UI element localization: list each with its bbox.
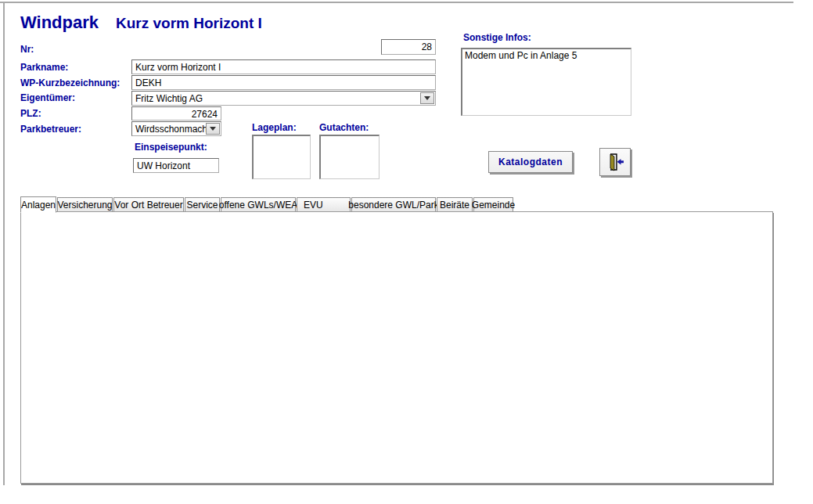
eigentuemer-dropdown-button[interactable]	[420, 92, 434, 104]
nr-label: Nr:	[20, 44, 34, 55]
page-title: Windpark	[20, 13, 99, 33]
tab-gemeinde[interactable]: Gemeinde	[473, 197, 513, 212]
lageplan-label: Lageplan:	[252, 122, 297, 133]
parkbetreuer-label: Parkbetreuer:	[20, 124, 81, 135]
katalogdaten-button[interactable]: Katalogdaten	[488, 151, 573, 173]
park-title: Kurz vorm Horizont I	[116, 15, 262, 32]
tab-beiraete[interactable]: Beiräte	[437, 197, 473, 212]
tab-versicherung[interactable]: Versicherung	[57, 197, 113, 212]
sonstige-infos-textarea[interactable]: Modem und Pc in Anlage 5	[461, 48, 631, 116]
exit-button[interactable]	[599, 148, 631, 176]
parkname-field[interactable]: Kurz vorm Horizont I	[131, 59, 436, 74]
wp-kurz-label: WP-Kurzbezeichnung:	[20, 77, 120, 88]
tab-vor-ort-betreuer[interactable]: Vor Ort Betreuer	[113, 197, 184, 212]
plz-label: PLZ:	[20, 108, 41, 119]
tab-evu[interactable]: EVU	[297, 197, 351, 212]
gutachten-label: Gutachten:	[319, 122, 369, 133]
gutachten-box[interactable]	[319, 135, 380, 179]
einspeisepunkt-field[interactable]: UW Horizont	[133, 158, 219, 173]
eigentuemer-combobox[interactable]: Fritz Wichtig AG	[131, 91, 436, 106]
tab-page-anlagen	[20, 211, 773, 484]
window-top-border	[0, 2, 793, 3]
parkname-label: Parkname:	[20, 62, 68, 73]
einspeisepunkt-label: Einspeisepunkt:	[135, 142, 207, 153]
plz-field[interactable]: 27624	[131, 106, 221, 121]
chevron-down-icon	[210, 127, 216, 131]
lageplan-box[interactable]	[252, 135, 311, 179]
parkbetreuer-dropdown-button[interactable]	[206, 123, 220, 135]
window-left-border	[3, 2, 5, 485]
eigentuemer-label: Eigentümer:	[20, 92, 75, 103]
eigentuemer-value: Fritz Wichtig AG	[135, 93, 203, 104]
tab-service[interactable]: Service	[185, 197, 220, 212]
sonstige-infos-label: Sonstige Infos:	[463, 32, 531, 43]
tab-besondere-gwl-park[interactable]: besondere GWL/Park	[351, 197, 436, 212]
tab-strip: Anlagen Versicherung Vor Ort Betreuer Se…	[20, 196, 514, 212]
parkbetreuer-combobox[interactable]: Wirdsschonmachen	[131, 121, 221, 136]
tab-offene-gwls-wea[interactable]: offene GWLs/WEA	[221, 197, 296, 212]
exit-door-icon	[605, 152, 625, 172]
wp-kurz-field[interactable]: DEKH	[131, 75, 436, 90]
nr-field[interactable]: 28	[381, 39, 436, 55]
chevron-down-icon	[424, 96, 430, 100]
tab-anlagen[interactable]: Anlagen	[20, 196, 56, 213]
